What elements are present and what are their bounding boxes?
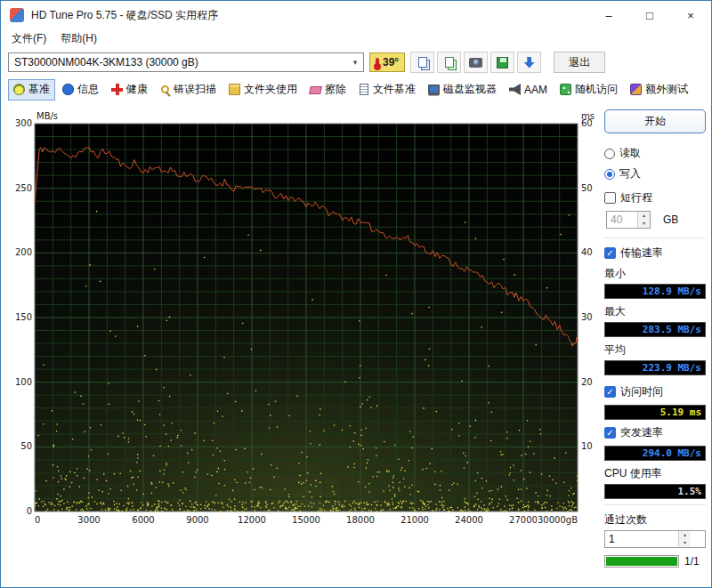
svg-text:12000: 12000: [238, 515, 266, 525]
tab-bar: 基准信息健康错误扫描文件夹使用擦除文件基准磁盘监视器AAM随机访问额外测试: [1, 77, 711, 102]
menu-bar: 文件(F) 帮助(H): [1, 29, 711, 48]
cpu-usage-label: CPU 使用率: [604, 466, 706, 481]
exit-button[interactable]: 退出: [554, 52, 605, 73]
tab-file-benchmark[interactable]: 文件基准: [353, 79, 421, 101]
write-radio[interactable]: 写入: [604, 166, 706, 181]
save-button[interactable]: [490, 52, 514, 73]
stat-value: 128.9 MB/s: [604, 284, 706, 299]
tab-folder-usage[interactable]: 文件夹使用: [223, 79, 303, 101]
window-title: HD Tune Pro 5.75 - 硬盘/SSD 实用程序: [31, 8, 588, 23]
svg-text:MB/s: MB/s: [36, 111, 58, 121]
tab-aam[interactable]: AAM: [504, 79, 553, 101]
file-benchmark-icon: [360, 84, 368, 95]
main-content: 0501001502002503001020304050600300060009…: [1, 102, 711, 587]
pass-count-row: ▴ ▾: [604, 530, 706, 548]
gauge-icon: [13, 84, 25, 95]
tab-label: 磁盘监视器: [443, 82, 497, 97]
short-stroke-label: 短行程: [620, 190, 652, 205]
spin-down-icon[interactable]: ▾: [679, 539, 691, 547]
copy-button[interactable]: [410, 52, 434, 73]
burst-rate-checkbox[interactable]: 突发速率: [604, 425, 706, 440]
radio-icon: [604, 149, 615, 159]
info-icon: [62, 84, 74, 95]
progress-row: 1/1: [604, 555, 706, 568]
stat-value: 223.9 MB/s: [604, 360, 706, 375]
maximize-button[interactable]: □: [629, 1, 670, 29]
tab-benchmark[interactable]: 基准: [8, 79, 55, 101]
access-time-label: 访问时间: [620, 384, 663, 399]
pass-count-value[interactable]: [605, 531, 678, 547]
tab-label: 基准: [28, 82, 50, 97]
short-stroke-input[interactable]: ▴ ▾: [606, 211, 651, 229]
tab-label: 额外测试: [645, 82, 688, 97]
short-stroke-checkbox[interactable]: 短行程: [604, 190, 706, 205]
tab-erase[interactable]: 擦除: [304, 79, 352, 101]
minimize-button[interactable]: –: [588, 1, 629, 29]
toolbar-buttons: [410, 52, 541, 73]
read-radio[interactable]: 读取: [604, 146, 706, 161]
svg-text:0: 0: [27, 506, 32, 516]
folder-icon: [229, 84, 240, 95]
divider: [604, 504, 706, 505]
health-icon: [111, 84, 123, 95]
tab-disk-monitor[interactable]: 磁盘监视器: [423, 79, 502, 101]
tab-label: 信息: [77, 82, 99, 97]
menu-file[interactable]: 文件(F): [4, 30, 53, 47]
tab-label: 擦除: [325, 82, 346, 97]
short-stroke-unit: GB: [663, 213, 678, 226]
close-button[interactable]: ×: [670, 1, 711, 29]
access-time-checkbox[interactable]: 访问时间: [604, 384, 706, 399]
svg-text:30000gB: 30000gB: [538, 515, 578, 525]
stat-label: 平均: [604, 342, 706, 358]
app-window: HD Tune Pro 5.75 - 硬盘/SSD 实用程序 – □ × 文件(…: [0, 0, 712, 588]
export-button[interactable]: [517, 52, 541, 73]
svg-text:300: 300: [15, 118, 32, 128]
svg-text:50: 50: [20, 441, 32, 451]
progress-label: 1/1: [684, 555, 700, 568]
svg-text:9000: 9000: [186, 515, 208, 525]
progress-fill: [606, 557, 677, 566]
menu-help[interactable]: 帮助(H): [53, 30, 104, 47]
svg-text:10: 10: [581, 441, 593, 451]
short-stroke-size-row: ▴ ▾ GB: [606, 211, 706, 229]
svg-text:150: 150: [15, 312, 32, 322]
svg-text:24000: 24000: [455, 515, 483, 525]
spin-down-icon[interactable]: ▾: [638, 220, 650, 228]
progress-bar: [604, 555, 679, 568]
svg-text:100: 100: [15, 377, 32, 387]
erase-icon: [309, 86, 322, 94]
access-time-value: 5.19 ms: [604, 405, 706, 420]
pass-count-input[interactable]: ▴ ▾: [604, 530, 706, 548]
temperature-indicator: 39°: [369, 52, 405, 72]
svg-text:30: 30: [581, 312, 593, 322]
start-button[interactable]: 开始: [604, 109, 706, 133]
drive-select[interactable]: ST30000NM004K-3KM133 (30000 gB) ▾: [8, 52, 364, 72]
read-label: 读取: [619, 146, 641, 161]
app-icon: [10, 8, 24, 22]
tab-extra-tests[interactable]: 额外测试: [625, 79, 693, 101]
tab-label: 健康: [126, 82, 148, 97]
transfer-rate-stats: 最小128.9 MB/s最大283.5 MB/s平均223.9 MB/s: [604, 266, 706, 375]
screenshot-button[interactable]: [464, 52, 488, 73]
tab-health[interactable]: 健康: [106, 79, 153, 101]
burst-rate-value: 294.0 MB/s: [604, 446, 706, 461]
spin-up-icon[interactable]: ▴: [679, 531, 691, 539]
download-icon: [524, 57, 535, 68]
svg-text:15000: 15000: [292, 515, 320, 525]
scan-icon: [161, 85, 169, 93]
tab-info[interactable]: 信息: [57, 79, 104, 101]
tab-random-access[interactable]: 随机访问: [554, 79, 623, 101]
stat-label: 最小: [604, 266, 706, 281]
cpu-usage-value: 1.5%: [604, 484, 706, 499]
transfer-rate-checkbox[interactable]: 传输速率: [604, 246, 706, 261]
svg-text:18000: 18000: [346, 515, 375, 525]
copy-image-button[interactable]: [437, 52, 461, 73]
svg-text:0: 0: [35, 515, 40, 525]
tab-error-scan[interactable]: 错误扫描: [155, 79, 222, 101]
copy-image-icon: [445, 57, 454, 68]
svg-text:27000: 27000: [509, 515, 538, 525]
copy-icon: [418, 57, 427, 68]
spin-up-icon[interactable]: ▴: [638, 212, 650, 220]
tab-label: 文件基准: [373, 82, 416, 97]
short-stroke-value[interactable]: [607, 212, 637, 228]
